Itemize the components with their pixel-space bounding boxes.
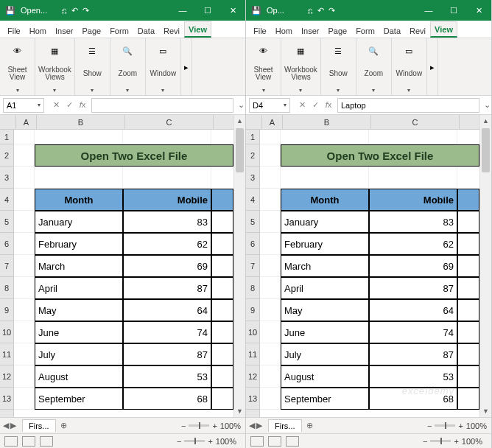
cell[interactable] xyxy=(457,299,479,321)
cell[interactable] xyxy=(35,130,123,144)
cell[interactable] xyxy=(211,277,233,299)
cell[interactable] xyxy=(14,277,35,299)
col-header-b[interactable]: B xyxy=(283,115,371,129)
cell[interactable] xyxy=(260,388,281,410)
cell[interactable] xyxy=(260,189,281,211)
col-header-c[interactable]: C xyxy=(125,115,214,129)
row-header[interactable]: 7 xyxy=(0,255,13,277)
chevron-down-icon[interactable]: ⌄ xyxy=(236,100,245,110)
group-workbook-views[interactable]: ▦Workbook Views▾ xyxy=(281,38,321,95)
tab-formulas[interactable]: Form xyxy=(351,23,379,38)
cell[interactable] xyxy=(123,130,211,144)
cell[interactable]: 74 xyxy=(123,321,211,343)
row-header[interactable]: 11 xyxy=(0,343,13,365)
cancel-icon[interactable]: ✕ xyxy=(296,100,308,110)
add-sheet-button[interactable]: ⊕ xyxy=(56,421,71,430)
zoom-level[interactable]: 100% xyxy=(220,421,241,430)
cell[interactable] xyxy=(260,130,281,144)
scroll-down-icon[interactable]: ▼ xyxy=(234,405,245,417)
cell[interactable]: March xyxy=(35,255,123,277)
save-icon[interactable]: 💾 xyxy=(246,6,267,15)
page-layout-button[interactable] xyxy=(268,436,281,447)
row-header[interactable]: 7 xyxy=(246,255,259,277)
zoom-level[interactable]: 100% xyxy=(462,437,482,446)
undo-icon[interactable]: ↶ xyxy=(71,6,78,15)
cell[interactable] xyxy=(260,321,281,343)
sheet-tab[interactable]: Firs... xyxy=(22,419,56,432)
row-header[interactable]: 6 xyxy=(246,233,259,255)
cell[interactable] xyxy=(14,167,35,189)
cell[interactable] xyxy=(14,321,35,343)
cell[interactable]: 83 xyxy=(369,211,457,233)
row-header[interactable]: 3 xyxy=(246,167,259,189)
cell[interactable] xyxy=(457,388,479,410)
cell[interactable]: 87 xyxy=(123,277,211,299)
zoom-out-icon[interactable]: − xyxy=(177,437,181,446)
row-header[interactable]: 1 xyxy=(0,130,13,144)
row-header[interactable]: 13 xyxy=(246,388,259,410)
ribbon-overflow[interactable]: ▸ xyxy=(181,38,192,95)
tab-file[interactable]: File xyxy=(3,23,25,38)
cell[interactable] xyxy=(260,299,281,321)
tab-home[interactable]: Hom xyxy=(271,23,297,38)
row-header[interactable]: 8 xyxy=(246,277,259,299)
cell[interactable] xyxy=(14,299,35,321)
cell[interactable] xyxy=(211,321,233,343)
row-header[interactable]: 2 xyxy=(246,144,259,167)
title-cell[interactable]: Open Two Excel File xyxy=(35,144,233,167)
cell[interactable]: 68 xyxy=(369,388,457,410)
normal-view-button[interactable] xyxy=(4,436,18,447)
cell[interactable]: July xyxy=(35,343,123,365)
group-window[interactable]: ▭ Window ▾ xyxy=(146,38,181,95)
cell[interactable]: 53 xyxy=(369,365,457,388)
fx-icon[interactable]: fx xyxy=(323,100,334,110)
cell[interactable]: 87 xyxy=(369,343,457,365)
cell[interactable] xyxy=(369,130,457,144)
zoom-in-icon[interactable]: + xyxy=(212,421,217,430)
cell[interactable] xyxy=(14,189,35,211)
undo-icon[interactable]: ↶ xyxy=(317,6,324,15)
cell[interactable] xyxy=(14,144,35,167)
cell[interactable]: 74 xyxy=(369,321,457,343)
cell[interactable] xyxy=(14,388,35,410)
cell[interactable] xyxy=(457,277,479,299)
scroll-up-icon[interactable]: ▲ xyxy=(234,115,245,127)
zoom-out-icon[interactable]: − xyxy=(181,421,186,430)
name-box[interactable]: D4 ▾ xyxy=(249,98,290,113)
cell[interactable] xyxy=(211,233,233,255)
scroll-thumb[interactable] xyxy=(482,128,490,172)
page-break-button[interactable] xyxy=(40,436,53,447)
header-mobile[interactable]: Mobile xyxy=(369,189,457,211)
cell[interactable]: September xyxy=(281,388,369,410)
tab-data[interactable]: Data xyxy=(133,23,159,38)
cell[interactable] xyxy=(14,365,35,388)
cell[interactable] xyxy=(281,167,369,189)
tab-data[interactable]: Data xyxy=(379,23,405,38)
page-break-button[interactable] xyxy=(286,436,299,447)
cell[interactable] xyxy=(457,189,479,211)
col-header-c[interactable]: C xyxy=(371,115,460,129)
cell[interactable]: 68 xyxy=(123,388,211,410)
header-mobile[interactable]: Mobile xyxy=(123,189,211,211)
tab-view[interactable]: View xyxy=(184,21,211,38)
cell[interactable] xyxy=(211,189,233,211)
cell[interactable] xyxy=(260,277,281,299)
cell[interactable] xyxy=(14,211,35,233)
group-show[interactable]: ☰ Show ▾ xyxy=(75,38,110,95)
save-icon[interactable]: 💾 xyxy=(0,6,21,15)
select-all-corner[interactable] xyxy=(246,115,262,130)
zoom-slider[interactable] xyxy=(189,424,209,427)
chevron-down-icon[interactable]: ⌄ xyxy=(482,100,491,110)
prev-sheet-icon[interactable]: ◀ xyxy=(3,421,9,430)
scroll-thumb[interactable] xyxy=(236,128,244,172)
zoom-out-icon[interactable]: − xyxy=(427,421,432,430)
vertical-scrollbar[interactable]: ▲ ▼ xyxy=(479,115,491,417)
cell[interactable]: February xyxy=(35,233,123,255)
row-header[interactable]: 9 xyxy=(0,299,13,321)
sheet-tab[interactable]: Firs... xyxy=(268,419,302,432)
col-header-a[interactable]: A xyxy=(262,115,283,129)
cell[interactable] xyxy=(260,365,281,388)
cell[interactable]: 62 xyxy=(123,233,211,255)
scroll-up-icon[interactable]: ▲ xyxy=(480,115,491,127)
group-zoom[interactable]: 🔍 Zoom ▾ xyxy=(110,38,146,95)
